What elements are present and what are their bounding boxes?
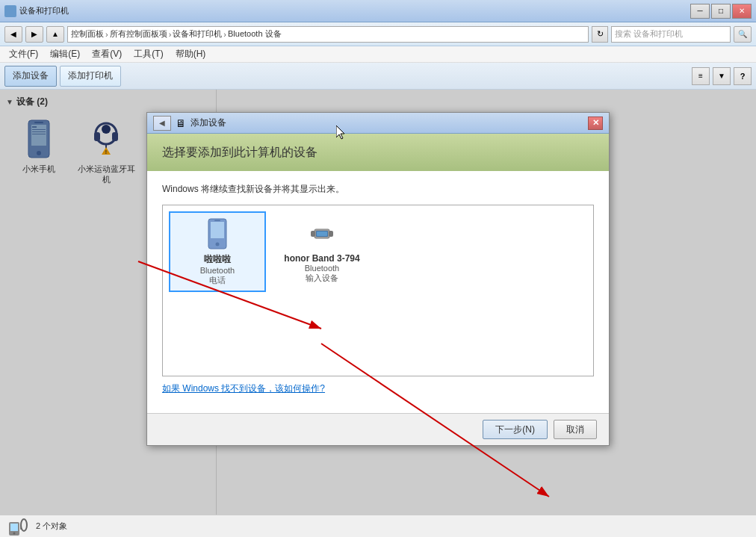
svg-rect-19 [214, 220, 220, 222]
svg-rect-30 [10, 524, 18, 531]
breadcrumb-item-3[interactable]: 设备和打印机 [173, 28, 222, 40]
up-button[interactable]: ▲ [46, 26, 64, 43]
cancel-button[interactable]: 取消 [554, 420, 597, 439]
address-bar: ◀ ▶ ▲ 控制面板 › 所有控制面板项 › 设备和打印机 › Bluetoot… [0, 22, 756, 46]
svg-point-31 [13, 532, 16, 534]
forward-button[interactable]: ▶ [25, 26, 43, 43]
toolbar-right: ≡ ▼ ? [692, 67, 752, 85]
dialog-title-text: 添加设备 [190, 117, 226, 129]
view-toggle-button[interactable]: ≡ [692, 67, 710, 85]
dialog-main-title: 选择要添加到此计算机的设备 [162, 145, 317, 161]
svg-point-18 [216, 243, 220, 246]
dialog-overlay: ◀ 🖥 添加设备 ✕ 选择要添加到此计算机的设备 Windows 将继续查找新设… [0, 90, 756, 515]
search-button[interactable]: 🔍 [734, 26, 752, 43]
dialog-link-area: 如果 Windows 找不到设备，该如何操作? [162, 376, 594, 401]
dialog-device-type-1: Bluetooth [305, 264, 339, 273]
breadcrumb-item-2[interactable]: 所有控制面板项 [110, 28, 167, 40]
dialog-device-item-band[interactable]: honor Band 3-794 Bluetooth 输入设备 [273, 211, 371, 292]
dialog-back-button[interactable]: ◀ [153, 116, 171, 131]
dialog-footer: 下一步(N) 取消 [147, 413, 609, 445]
window-controls[interactable]: ─ □ ✕ [690, 4, 752, 19]
next-button[interactable]: 下一步(N) [483, 420, 548, 439]
search-placeholder: 搜索 设备和打印机 [615, 28, 683, 40]
add-device-button[interactable]: 添加设备 [4, 66, 57, 87]
main-area: ▼ 设备 (2) [0, 90, 756, 515]
breadcrumb-item-4[interactable]: Bluetooth 设备 [228, 28, 282, 40]
dialog-header: 选择要添加到此计算机的设备 [147, 134, 609, 171]
svg-point-32 [21, 519, 27, 531]
view-dropdown-button[interactable]: ▼ [713, 67, 731, 85]
status-icon [6, 515, 30, 538]
svg-rect-25 [317, 232, 327, 236]
minimize-button[interactable]: ─ [690, 4, 710, 19]
dialog-device-type-0: Bluetooth [200, 266, 235, 275]
menu-edit[interactable]: 编辑(E) [44, 46, 86, 62]
dialog-device-sub-0: 电话 [209, 275, 226, 286]
window-title: 设备和打印机 [19, 5, 69, 16]
title-bar-left: 设备和打印机 [4, 5, 69, 17]
dialog-phone-icon [202, 217, 232, 250]
back-button[interactable]: ◀ [4, 26, 22, 43]
dialog-instruction: Windows 将继续查找新设备并将其显示出来。 [162, 183, 594, 196]
menu-view[interactable]: 查看(V) [86, 46, 128, 62]
dialog-band-icon [307, 217, 337, 250]
status-count: 2 个对象 [36, 521, 67, 532]
title-bar: 设备和打印机 ─ □ ✕ [0, 0, 756, 22]
search-input[interactable]: 搜索 设备和打印机 [611, 26, 731, 43]
svg-rect-24 [329, 231, 333, 237]
dialog-close-button[interactable]: ✕ [588, 117, 603, 130]
dialog-title-left: ◀ 🖥 添加设备 [153, 116, 226, 131]
help-button[interactable]: ? [734, 67, 752, 85]
svg-rect-17 [211, 222, 224, 238]
refresh-button[interactable]: ↻ [592, 26, 608, 43]
breadcrumb-item-1[interactable]: 控制面板 [71, 28, 104, 40]
breadcrumb: 控制面板 › 所有控制面板项 › 设备和打印机 › Bluetooth 设备 [67, 26, 589, 43]
main-window: 设备和打印机 ─ □ ✕ ◀ ▶ ▲ 控制面板 › 所有控制面板项 › 设备和打… [0, 0, 756, 537]
dialog-title-icon: 🖥 [176, 117, 186, 129]
menu-file[interactable]: 文件(F) [3, 46, 44, 62]
add-printer-button[interactable]: 添加打印机 [60, 66, 121, 87]
window-icon [4, 5, 16, 17]
menu-help[interactable]: 帮助(H) [170, 46, 212, 62]
status-bar: 2 个对象 [0, 515, 756, 537]
dialog-help-link[interactable]: 如果 Windows 找不到设备，该如何操作? [162, 383, 325, 394]
dialog-title-bar: ◀ 🖥 添加设备 ✕ [147, 113, 609, 134]
toolbar: 添加设备 添加打印机 ≡ ▼ ? [0, 63, 756, 90]
dialog-device-sub-1: 输入设备 [306, 273, 338, 284]
dialog-device-name-1: honor Band 3-794 [284, 253, 359, 264]
add-device-dialog: ◀ 🖥 添加设备 ✕ 选择要添加到此计算机的设备 Windows 将继续查找新设… [146, 112, 610, 446]
dialog-body: Windows 将继续查找新设备并将其显示出来。 啦啦啦 [147, 171, 609, 413]
maximize-button[interactable]: □ [711, 4, 731, 19]
dialog-device-name-0: 啦啦啦 [204, 253, 231, 266]
device-list-area[interactable]: 啦啦啦 Bluetooth 电话 [162, 205, 594, 376]
menu-bar: 文件(F) 编辑(E) 查看(V) 工具(T) 帮助(H) [0, 46, 756, 63]
close-button[interactable]: ✕ [732, 4, 752, 19]
dialog-device-item-phone[interactable]: 啦啦啦 Bluetooth 电话 [169, 211, 266, 292]
menu-tools[interactable]: 工具(T) [128, 46, 169, 62]
svg-rect-23 [311, 231, 315, 237]
